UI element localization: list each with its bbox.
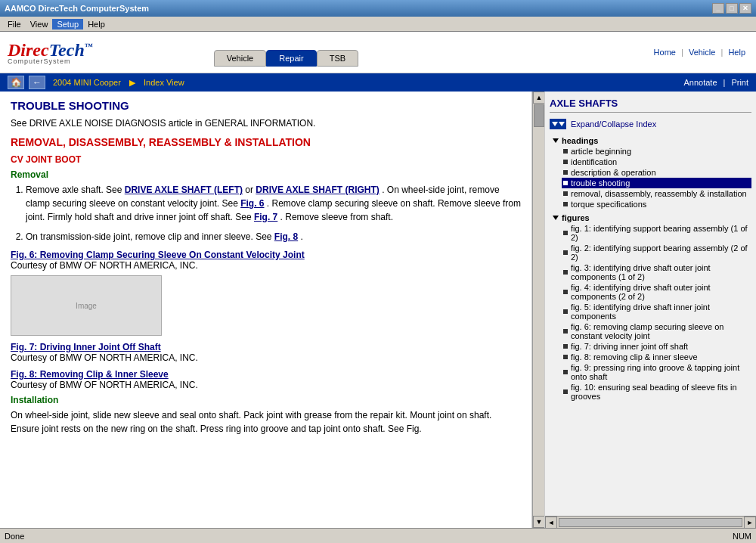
title-bar: AAMCO DirecTech ComputerSystem _ □ ✕ (0, 0, 756, 17)
tree-item-fig2[interactable]: fig. 2: identifying support bearing asse… (562, 243, 751, 262)
tree-item-article-beginning[interactable]: article beginning (562, 146, 751, 157)
tree-items-figures: fig. 1: identifying support bearing asse… (562, 223, 751, 402)
link-fig6-inline[interactable]: Fig. 6 (240, 198, 264, 209)
tree-group-headings[interactable]: headings (550, 135, 751, 146)
section-heading-1: REMOVAL, DISASSEMBLY, REASSEMBLY & INSTA… (11, 136, 521, 148)
scroll-left-arrow[interactable]: ◄ (545, 517, 557, 529)
tree-item-fig5[interactable]: fig. 5: identifying drive shaft inner jo… (562, 302, 751, 321)
home-button[interactable]: 🏠 (8, 76, 24, 89)
tab-tsb[interactable]: TSB (317, 50, 358, 67)
tree-item-fig8[interactable]: fig. 8: removing clip & inner sleeve (562, 352, 751, 362)
logo-area: DirecTech™ ComputerSystem (8, 40, 93, 65)
sidebar-horiz-scroll[interactable]: ◄ ► (545, 516, 756, 528)
scroll-down-arrow[interactable]: ▼ (533, 516, 544, 528)
menu-setup[interactable]: Setup (52, 19, 83, 29)
bullet-icon (563, 344, 568, 349)
breadcrumb-vehicle: 2004 MINI Cooper (53, 78, 121, 87)
tree-group-figures-label: figures (562, 213, 590, 222)
bullet-icon (563, 181, 568, 185)
expand-collapse-button[interactable]: Expand/Collapse Index (550, 119, 751, 129)
fig7-credit: Courtesy of BMW OF NORTH AMERICA, INC. (11, 352, 521, 363)
link-left-shaft[interactable]: DRIVE AXLE SHAFT (LEFT) (125, 185, 243, 195)
installation-text: On wheel-side joint, slide new sleeve an… (11, 408, 521, 436)
scroll-up-arrow[interactable]: ▲ (533, 92, 544, 104)
main-area: TROUBLE SHOOTING See DRIVE AXLE NOISE DI… (0, 92, 756, 528)
window-title: AAMCO DirecTech ComputerSystem (5, 4, 149, 13)
status-bar: Done NUM (0, 528, 756, 543)
menu-help[interactable]: Help (83, 19, 110, 29)
breadcrumb-section: Index View (144, 78, 184, 87)
fig6-image: Image (11, 275, 162, 336)
sidebar-title: AXLE SHAFTS (550, 98, 751, 113)
tree-item-fig4[interactable]: fig. 4: identifying drive shaft outer jo… (562, 282, 751, 302)
bullet-icon (563, 191, 568, 196)
tree-items-headings: article beginning identification descrip… (562, 146, 751, 209)
bullet-icon (563, 355, 568, 359)
bullet-icon (563, 389, 568, 394)
fig6-title[interactable]: Fig. 6: Removing Clamp Securing Sleeve O… (11, 250, 521, 260)
link-fig8-inline[interactable]: Fig. 8 (274, 231, 298, 242)
print-button[interactable]: Print (731, 78, 748, 87)
bullet-icon (563, 250, 568, 255)
content-scrollbar[interactable]: ▲ ▼ (532, 92, 544, 528)
tree-item-torque[interactable]: torque specifications (562, 199, 751, 209)
expand-collapse-label[interactable]: Expand/Collapse Index (571, 119, 656, 129)
page-title: TROUBLE SHOOTING (11, 99, 521, 112)
fig6-credit: Courtesy of BMW OF NORTH AMERICA, INC. (11, 260, 521, 271)
tab-vehicle[interactable]: Vehicle (214, 50, 266, 67)
close-button[interactable]: ✕ (739, 3, 751, 14)
step-1: Remove axle shaft. See DRIVE AXLE SHAFT … (26, 183, 521, 224)
minimize-button[interactable]: _ (712, 3, 724, 14)
bullet-icon (563, 202, 568, 206)
link-fig7-inline[interactable]: Fig. 7 (254, 212, 277, 222)
fig8-title[interactable]: Fig. 8: Removing Clip & Inner Sleeve (11, 369, 521, 380)
nav-tabs: Vehicle Repair TSB (214, 50, 358, 67)
fig7-title[interactable]: Fig. 7: Driving Inner Joint Off Shaft (11, 342, 521, 352)
tree-item-fig6[interactable]: fig. 6: removing clamp securing sleeve o… (562, 321, 751, 341)
link-vehicle[interactable]: Vehicle (689, 48, 715, 57)
bullet-icon (563, 270, 568, 275)
title-bar-controls[interactable]: _ □ ✕ (712, 3, 751, 14)
tree-group-figures[interactable]: figures (550, 213, 751, 223)
tab-repair[interactable]: Repair (266, 50, 316, 67)
breadcrumb-arrow: ▶ (129, 78, 135, 87)
toolbar-left: 🏠 ← 2004 MINI Cooper ▶ Index View (8, 76, 187, 89)
link-home[interactable]: Home (654, 48, 676, 57)
menu-file[interactable]: File (3, 19, 26, 29)
horiz-scroll-thumb[interactable] (559, 518, 742, 527)
tree-item-description[interactable]: description & operation (562, 167, 751, 178)
tree-triangle-figures (553, 216, 559, 220)
tree-item-fig3[interactable]: fig. 3: identifying drive shaft outer jo… (562, 262, 751, 282)
header: DirecTech™ ComputerSystem Vehicle Repair… (0, 32, 756, 73)
tree-item-fig10[interactable]: fig. 10: ensuring seal beading of sleeve… (562, 382, 751, 402)
toolbar: 🏠 ← 2004 MINI Cooper ▶ Index View Annota… (0, 73, 756, 92)
scroll-right-arrow[interactable]: ► (744, 517, 756, 529)
bullet-icon (563, 160, 568, 164)
expand-arrow2-icon (559, 122, 565, 126)
sidebar: AXLE SHAFTS Expand/Collapse Index headin… (544, 92, 756, 528)
breadcrumb: 2004 MINI Cooper ▶ Index View (50, 78, 187, 88)
menu-view[interactable]: View (26, 19, 53, 29)
expand-arrow-icon (552, 122, 558, 126)
annotate-button[interactable]: Annotate (683, 78, 717, 87)
tree-item-fig9[interactable]: fig. 9: pressing ring into groove & tapp… (562, 362, 751, 382)
tree-section-headings: headings article beginning identificatio… (550, 135, 751, 209)
bullet-icon (563, 231, 568, 235)
maximize-button[interactable]: □ (726, 3, 738, 14)
bullet-icon (563, 149, 568, 154)
tree-item-fig1[interactable]: fig. 1: identifying support bearing asse… (562, 223, 751, 243)
tree-item-identification[interactable]: identification (562, 157, 751, 167)
scroll-thumb[interactable] (534, 104, 544, 127)
back-button[interactable]: ← (29, 76, 45, 89)
tree-item-removal[interactable]: removal, disassembly, reassembly & insta… (562, 188, 751, 199)
tree-item-trouble-shooting[interactable]: trouble shooting (562, 178, 751, 188)
installation-label: Installation (11, 395, 521, 405)
link-help[interactable]: Help (728, 48, 745, 57)
expand-icon (550, 119, 566, 129)
bullet-icon (563, 329, 568, 334)
removal-label: Removal (11, 169, 521, 180)
tree-group-headings-label: headings (562, 136, 598, 145)
content-area: TROUBLE SHOOTING See DRIVE AXLE NOISE DI… (0, 92, 532, 528)
tree-item-fig7[interactable]: fig. 7: driving inner joint off shaft (562, 341, 751, 352)
link-right-shaft[interactable]: DRIVE AXLE SHAFT (RIGHT) (256, 185, 380, 195)
